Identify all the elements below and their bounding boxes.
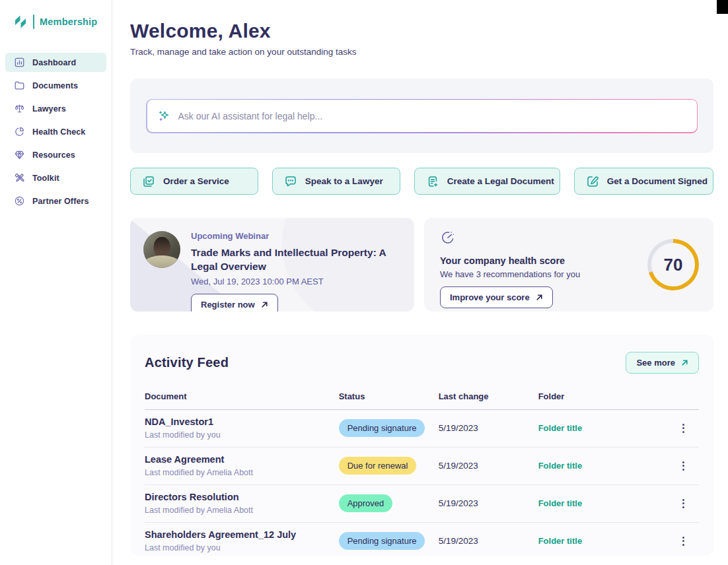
status-badge: Approved bbox=[339, 494, 393, 512]
ai-input-container bbox=[147, 100, 697, 132]
webinar-datetime: Wed, Jul 19, 2023 10:00 PM AEST bbox=[191, 277, 401, 286]
sparkle-icon bbox=[158, 110, 171, 123]
gauge-icon bbox=[440, 230, 456, 246]
create-legal-document-button[interactable]: Create a Legal Document bbox=[414, 168, 560, 195]
see-more-button[interactable]: See more bbox=[626, 352, 699, 374]
document-name[interactable]: NDA_Investor1 bbox=[145, 416, 339, 427]
folder-link[interactable]: Folder title bbox=[538, 536, 671, 546]
brand-name: Membership bbox=[40, 17, 97, 27]
sidebar-item-partner-offers[interactable]: Partner Offers bbox=[5, 191, 106, 211]
main-content: Welcome, Alex Track, manage and take act… bbox=[112, 0, 728, 565]
table-row: Lease Agreement Last modified by Amelia … bbox=[145, 448, 699, 485]
ai-input-gradient-border bbox=[146, 99, 698, 133]
last-change-date: 5/19/2023 bbox=[439, 536, 538, 546]
sidebar-item-health-check[interactable]: Health Check bbox=[5, 122, 106, 141]
last-change-date: 5/19/2023 bbox=[439, 498, 538, 508]
order-service-icon bbox=[142, 175, 155, 188]
webinar-eyebrow: Upcoming Webinar bbox=[191, 231, 401, 241]
signature-icon bbox=[586, 175, 599, 188]
sidebar-nav: Dashboard Documents Lawyers Health Check bbox=[0, 53, 112, 211]
activity-feed-header: Activity Feed See more bbox=[145, 352, 699, 374]
improve-score-button[interactable]: Improve your score bbox=[440, 286, 553, 308]
arrow-up-right-icon bbox=[261, 301, 268, 308]
row-menu-kebab-icon[interactable] bbox=[678, 496, 690, 511]
last-change-date: 5/19/2023 bbox=[439, 423, 538, 433]
page-subtitle: Track, manage and take action on your ou… bbox=[130, 47, 713, 57]
activity-feed-card: Activity Feed See more Document Status L… bbox=[130, 335, 713, 556]
column-header-folder: Folder bbox=[538, 391, 671, 401]
arrow-up-right-icon bbox=[536, 294, 543, 301]
pie-chart-icon bbox=[14, 126, 25, 137]
page-title: Welcome, Alex bbox=[130, 20, 713, 42]
register-now-button[interactable]: Register now bbox=[191, 294, 278, 312]
activity-feed-table: Document Status Last change Folder NDA_I… bbox=[145, 391, 699, 560]
folder-icon bbox=[14, 80, 25, 91]
row-menu-kebab-icon[interactable] bbox=[678, 459, 690, 473]
last-change-date: 5/19/2023 bbox=[439, 461, 538, 471]
webinar-title: Trade Marks and Intellectual Property: A… bbox=[191, 246, 401, 274]
status-badge: Pending signature bbox=[339, 532, 425, 550]
arrow-up-right-icon bbox=[681, 359, 688, 366]
status-badge: Due for renewal bbox=[339, 457, 417, 475]
health-score-value: 70 bbox=[664, 255, 683, 275]
scales-icon bbox=[14, 103, 25, 114]
folder-link[interactable]: Folder title bbox=[538, 498, 671, 508]
row-menu-kebab-icon[interactable] bbox=[678, 534, 690, 548]
column-header-last-change: Last change bbox=[439, 391, 538, 401]
health-score-ring: 70 bbox=[647, 239, 699, 290]
percent-circle-icon bbox=[14, 195, 25, 207]
column-header-document: Document bbox=[145, 391, 339, 401]
sidebar: Membership Dashboard Documents Lawyers bbox=[0, 0, 112, 565]
ai-assistant-input[interactable] bbox=[178, 111, 686, 121]
document-name[interactable]: Lease Agreement bbox=[145, 454, 339, 465]
column-header-status: Status bbox=[339, 391, 439, 401]
folder-link[interactable]: Folder title bbox=[538, 461, 671, 471]
dashboard-icon bbox=[14, 57, 25, 68]
health-score-card: Your company health score We have 3 reco… bbox=[424, 218, 713, 312]
document-modified-by: Last modified by Amelia Abott bbox=[145, 468, 339, 477]
sidebar-item-documents[interactable]: Documents bbox=[5, 76, 106, 95]
table-header-row: Document Status Last change Folder bbox=[145, 391, 699, 410]
sidebar-item-toolkit[interactable]: Toolkit bbox=[5, 168, 106, 187]
webinar-card: Upcoming Webinar Trade Marks and Intelle… bbox=[130, 218, 414, 312]
document-modified-by: Last modified by Amelia Abott bbox=[145, 506, 339, 515]
tools-icon bbox=[14, 172, 25, 183]
gem-icon bbox=[14, 149, 25, 160]
document-modified-by: Last modified by you bbox=[145, 543, 339, 552]
activity-feed-title: Activity Feed bbox=[145, 355, 229, 370]
brand-logo-icon bbox=[13, 15, 28, 29]
table-row: Directors Resolution Last modified by Am… bbox=[145, 485, 699, 523]
order-service-button[interactable]: Order a Service bbox=[130, 168, 258, 195]
get-document-signed-button[interactable]: Get a Document Signed bbox=[574, 168, 713, 195]
screen-artifact bbox=[717, 0, 728, 14]
sidebar-item-dashboard[interactable]: Dashboard bbox=[5, 53, 106, 72]
table-row: Shareholders Agreement_12 July Last modi… bbox=[145, 523, 699, 560]
ai-assistant-panel bbox=[130, 79, 713, 153]
document-modified-by: Last modified by you bbox=[145, 430, 339, 440]
sidebar-item-resources[interactable]: Resources bbox=[5, 145, 106, 164]
document-add-icon bbox=[426, 175, 439, 188]
folder-link[interactable]: Folder title bbox=[538, 423, 671, 433]
webinar-content: Upcoming Webinar Trade Marks and Intelle… bbox=[191, 231, 401, 298]
webinar-speaker-avatar bbox=[143, 231, 180, 268]
document-name[interactable]: Shareholders Agreement_12 July bbox=[145, 529, 339, 540]
brand-logo[interactable]: Membership bbox=[0, 15, 112, 29]
speak-to-lawyer-button[interactable]: Speak to a Lawyer bbox=[272, 168, 400, 195]
quick-actions-row: Order a Service Speak to a Lawyer Create… bbox=[130, 168, 713, 195]
cards-row: Upcoming Webinar Trade Marks and Intelle… bbox=[130, 218, 713, 312]
row-menu-kebab-icon[interactable] bbox=[678, 421, 690, 436]
document-name[interactable]: Directors Resolution bbox=[145, 492, 339, 502]
table-row: NDA_Investor1 Last modified by you Pendi… bbox=[145, 410, 699, 448]
sidebar-item-lawyers[interactable]: Lawyers bbox=[5, 99, 106, 118]
chat-icon bbox=[284, 175, 297, 188]
status-badge: Pending signature bbox=[339, 419, 425, 437]
logo-divider bbox=[33, 15, 34, 29]
